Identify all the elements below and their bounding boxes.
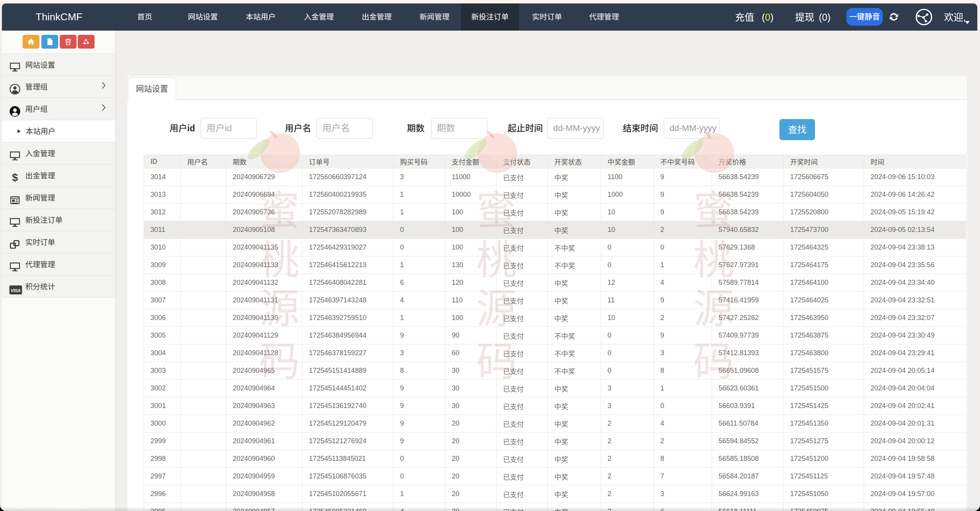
svg-text:$: $ [12, 172, 18, 183]
svg-text:VISA: VISA [11, 288, 21, 292]
